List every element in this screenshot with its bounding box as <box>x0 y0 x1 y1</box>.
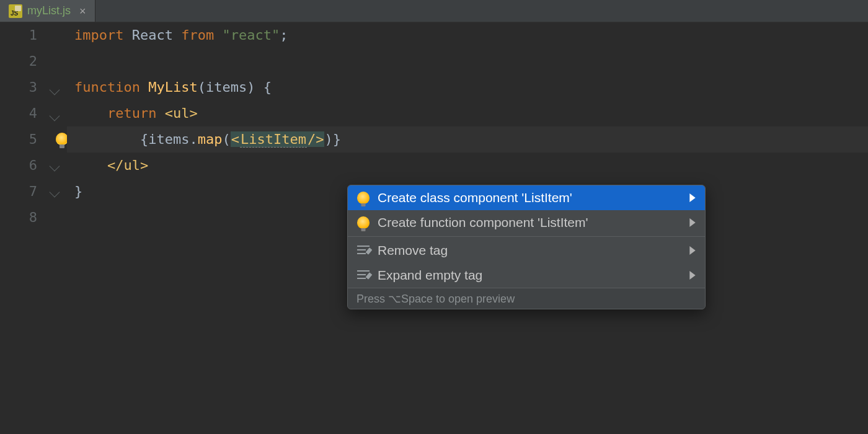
code-line: </ul> <box>67 153 868 179</box>
intention-action-label: Remove tag <box>378 237 448 264</box>
line-number: 5 <box>0 126 37 153</box>
edit-lines-icon <box>356 246 370 255</box>
code-line: function MyList(items) { <box>67 74 868 100</box>
code-line-current: {items.map(<ListItem/>)} <box>67 126 868 153</box>
line-number: 2 <box>0 48 37 74</box>
bulb-icon <box>356 216 370 229</box>
intention-action-create-class[interactable]: Create class component 'ListItem' <box>348 185 705 210</box>
submenu-chevron-icon <box>689 185 696 211</box>
fold-region-end-icon[interactable] <box>50 187 60 198</box>
filetype-js-icon: JS <box>9 4 22 18</box>
popup-separator <box>348 236 705 237</box>
line-number: 6 <box>0 153 37 179</box>
intention-action-expand-tag[interactable]: Expand empty tag <box>348 263 705 288</box>
code-line <box>67 48 868 74</box>
file-tab-mylist[interactable]: JS myList.js × <box>0 0 95 22</box>
intention-action-remove-tag[interactable]: Remove tag <box>348 238 705 263</box>
fold-region-start-icon[interactable] <box>50 111 60 122</box>
intention-action-create-function[interactable]: Create function component 'ListItem' <box>348 210 705 235</box>
popup-hint-label: Press ⌥Space to open preview <box>356 286 515 310</box>
intention-action-label: Create function component 'ListItem' <box>378 210 588 236</box>
intention-actions-popup: Create class component 'ListItem' Create… <box>347 185 706 309</box>
popup-hint-footer: Press ⌥Space to open preview <box>348 288 705 309</box>
tab-bar: JS myList.js × <box>0 0 868 22</box>
submenu-chevron-icon <box>689 262 696 288</box>
line-number: 8 <box>0 205 37 231</box>
line-number: 1 <box>0 22 37 48</box>
line-number: 7 <box>0 179 37 205</box>
line-number: 3 <box>0 74 37 100</box>
fold-gutter <box>48 22 67 434</box>
editor-window: JS myList.js × 1 2 3 4 5 6 7 8 import Re… <box>0 0 868 434</box>
unresolved-component: ListItem <box>240 131 307 148</box>
intention-action-label: Expand empty tag <box>378 262 482 288</box>
fold-region-end-icon[interactable] <box>50 161 60 172</box>
intention-action-label: Create class component 'ListItem' <box>378 185 572 211</box>
bulb-icon <box>356 192 370 204</box>
edit-lines-icon <box>356 270 370 280</box>
code-line: return <ul> <box>67 100 868 126</box>
submenu-chevron-icon <box>689 237 696 264</box>
submenu-chevron-icon <box>689 210 696 236</box>
code-editor[interactable]: 1 2 3 4 5 6 7 8 import React from "react… <box>0 22 868 434</box>
fold-region-start-icon[interactable] <box>50 85 60 95</box>
line-number: 4 <box>0 100 37 126</box>
code-line: import React from "react"; <box>67 22 868 48</box>
close-tab-icon[interactable]: × <box>79 6 86 17</box>
line-number-gutter: 1 2 3 4 5 6 7 8 <box>0 22 48 434</box>
file-tab-label: myList.js <box>27 4 71 17</box>
